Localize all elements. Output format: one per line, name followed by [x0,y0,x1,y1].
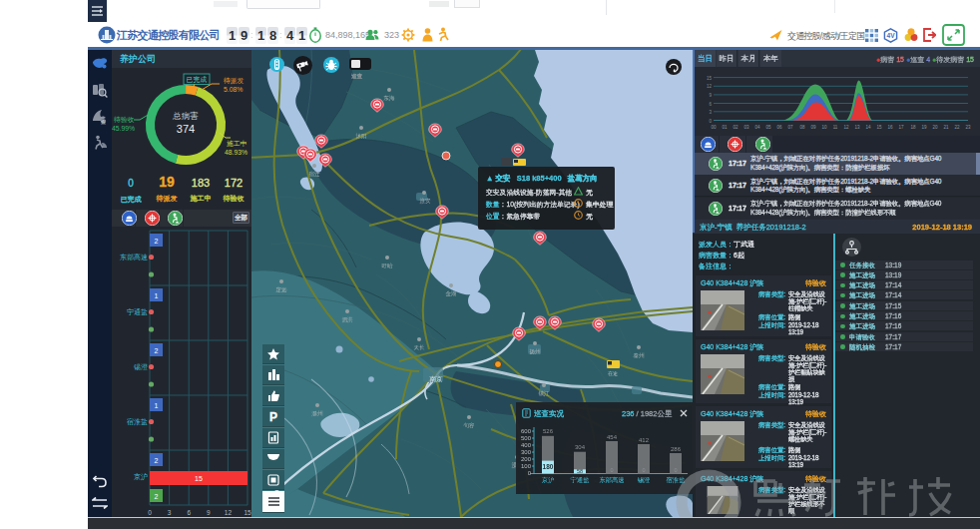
svg-text:00: 00 [711,125,717,130]
svg-text:宿淮盐: 宿淮盐 [127,417,148,426]
svg-text:15: 15 [195,475,203,482]
svg-text:2: 2 [155,346,159,353]
svg-text:05: 05 [765,125,771,130]
svg-text:15: 15 [244,509,251,516]
svg-text:3: 3 [168,509,172,516]
svg-text:总病害: 总病害 [172,111,199,121]
svg-text:22: 22 [954,125,960,130]
svg-text:304: 304 [575,444,586,450]
svg-text:07: 07 [787,125,793,130]
svg-text:08: 08 [799,125,805,130]
svg-text:15: 15 [707,75,713,80]
svg-text:1: 1 [155,291,159,298]
svg-text:东部高速: 东部高速 [599,476,624,484]
svg-text:待派发: 待派发 [224,77,245,85]
svg-text:在途: 在途 [608,370,618,376]
svg-text:15: 15 [876,125,882,130]
svg-text:12: 12 [225,509,233,516]
svg-text:10: 10 [821,125,827,130]
svg-text:526: 526 [543,428,554,434]
svg-text:0: 0 [528,470,532,476]
svg-text:0: 0 [642,467,645,473]
svg-text:100: 100 [521,463,532,469]
svg-text:14: 14 [865,125,871,130]
svg-text:锡澄: 锡澄 [133,363,148,371]
svg-text:12: 12 [843,125,849,130]
svg-text:2: 2 [155,237,159,244]
svg-text:21: 21 [943,125,949,130]
svg-text:23: 23 [965,125,971,130]
svg-text:01: 01 [722,125,728,130]
svg-text:4V: 4V [887,32,896,39]
svg-text:宁通盐: 宁通盐 [127,307,148,315]
svg-text:查: 查 [101,118,106,124]
svg-text:东部高速: 东部高速 [120,254,148,262]
svg-text:17: 17 [898,125,904,130]
svg-text:06: 06 [776,125,782,130]
svg-text:13: 13 [854,125,860,130]
svg-text:宁通盐: 宁通盐 [571,476,591,483]
svg-text:锡澄: 锡澄 [637,476,651,484]
svg-text:京沪: 京沪 [542,476,555,484]
svg-text:宿淮盐: 宿淮盐 [667,476,687,484]
svg-text:18: 18 [910,125,916,130]
svg-text:454: 454 [607,433,618,439]
svg-text:03: 03 [743,125,749,130]
svg-text:300: 300 [521,449,532,455]
svg-text:500: 500 [521,435,532,441]
svg-text:600: 600 [521,428,532,434]
svg-text:已完成: 已完成 [187,76,208,84]
svg-text:9: 9 [207,509,211,516]
svg-text:45.99%: 45.99% [112,125,135,132]
svg-text:02: 02 [733,125,738,130]
svg-text:58: 58 [577,468,583,474]
svg-text:1: 1 [155,401,159,408]
svg-text:0: 0 [148,509,152,516]
svg-text:京沪: 京沪 [134,473,148,481]
svg-text:6: 6 [187,509,191,516]
svg-text:2: 2 [155,456,159,463]
svg-text:20: 20 [932,125,938,130]
svg-text:16: 16 [887,125,893,130]
svg-text:286: 286 [671,445,682,451]
svg-text:施工中: 施工中 [227,140,247,147]
svg-text:180: 180 [543,463,554,470]
svg-text:200: 200 [521,456,532,462]
svg-text:412: 412 [639,436,650,442]
svg-text:48.93%: 48.93% [225,149,247,156]
svg-text:0: 0 [674,467,677,473]
svg-text:04: 04 [754,125,760,130]
svg-text:11: 11 [833,125,838,130]
svg-text:09: 09 [810,125,816,130]
svg-text:19: 19 [921,125,927,130]
svg-text:2: 2 [155,492,159,499]
svg-text:12: 12 [707,84,713,89]
svg-text:400: 400 [521,442,532,448]
svg-text:374: 374 [177,123,195,135]
svg-text:5.08%: 5.08% [224,86,243,93]
svg-text:0: 0 [610,467,613,473]
svg-text:待验收: 待验收 [114,116,135,124]
